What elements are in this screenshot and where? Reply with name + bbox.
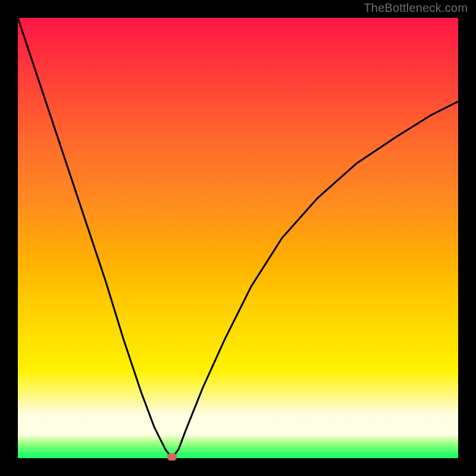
plot-gradient-background xyxy=(18,18,458,458)
watermark-text: TheBottleneck.com xyxy=(364,1,468,15)
bottleneck-chart xyxy=(0,0,476,476)
optimal-point-marker xyxy=(167,454,177,461)
chart-frame: TheBottleneck.com xyxy=(0,0,476,476)
